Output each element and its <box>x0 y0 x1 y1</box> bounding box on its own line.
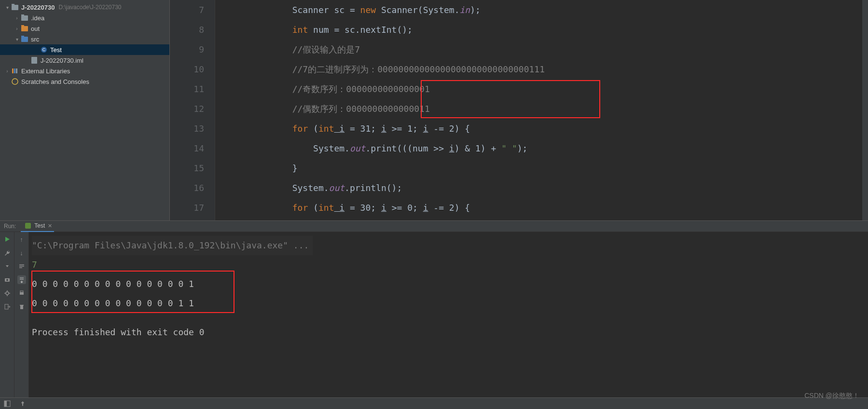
run-tool-buttons-col1 <box>0 232 14 397</box>
svg-point-10 <box>6 279 8 281</box>
tree-root[interactable]: ▾ J-20220730 D:\javacode\J-20220730 <box>0 2 170 13</box>
tree-item-test[interactable]: C Test <box>0 44 170 55</box>
svg-rect-17 <box>20 292 24 295</box>
fold-column[interactable] <box>215 0 224 220</box>
trash-icon[interactable] <box>17 302 26 311</box>
file-icon <box>30 56 39 64</box>
close-icon[interactable]: ✕ <box>48 223 52 229</box>
code-line: } <box>250 158 862 178</box>
soft-wrap-icon[interactable] <box>17 262 26 271</box>
console-line: 0 0 0 0 0 0 0 0 0 0 0 0 0 0 0 1 <box>32 274 868 294</box>
run-config-icon <box>25 222 31 229</box>
gear-icon[interactable] <box>3 289 12 298</box>
svg-point-11 <box>6 292 9 295</box>
run-panel-header: Run: Test ✕ <box>0 220 868 232</box>
tree-item-out[interactable]: › out <box>0 23 170 34</box>
tree-external-libs[interactable]: › External Libraries <box>0 66 170 76</box>
tree-item-src[interactable]: ▾ src <box>0 34 170 44</box>
svg-rect-3 <box>12 68 14 73</box>
rerun-icon[interactable] <box>3 235 12 244</box>
tree-item-iml[interactable]: J-20220730.iml <box>0 55 170 66</box>
svg-rect-22 <box>4 401 7 407</box>
run-label: Run: <box>4 223 16 230</box>
run-tab[interactable]: Test ✕ <box>21 220 54 232</box>
run-tab-label: Test <box>34 222 45 229</box>
up-arrow-icon[interactable]: ↑ <box>17 235 26 244</box>
folder-icon <box>20 35 29 43</box>
scroll-to-end-icon[interactable] <box>17 275 26 284</box>
folder-icon <box>20 25 29 32</box>
print-icon[interactable] <box>17 289 26 298</box>
class-icon: C <box>40 46 48 54</box>
svg-rect-16 <box>5 304 8 309</box>
tree-scratches[interactable]: Scratches and Consoles <box>0 76 170 87</box>
console-command: "C:\Program Files\Java\jdk1.8.0_192\bin\… <box>32 236 313 255</box>
svg-marker-8 <box>5 237 10 242</box>
svg-rect-18 <box>20 291 23 292</box>
editor-scrollbar[interactable] <box>862 0 868 220</box>
svg-rect-19 <box>20 305 23 309</box>
module-folder-icon <box>11 3 19 11</box>
code-line: System.out.println(); <box>250 178 862 198</box>
scratches-icon <box>11 78 19 85</box>
watermark-text: CSDN @徐憨憨！ <box>804 392 859 400</box>
code-line: //7的二进制序列为：00000000000000000000000000000… <box>250 59 862 79</box>
root-path: D:\javacode\J-20220730 <box>58 4 121 11</box>
layout-icon[interactable] <box>3 399 12 408</box>
code-editor[interactable]: 7 8 9 10 11 12 13 14 15 16 17 Scanner sc… <box>170 0 868 220</box>
code-line: for (int i = 30; i >= 0; i -= 2) { <box>250 198 862 218</box>
svg-text:C: C <box>42 47 46 52</box>
wrench-icon[interactable] <box>3 248 12 257</box>
svg-rect-7 <box>25 223 31 229</box>
libraries-icon <box>11 67 19 75</box>
down-arrow-icon[interactable]: ↓ <box>17 248 26 257</box>
code-line: for (int i = 31; i >= 1; i -= 2) { <box>250 119 862 138</box>
code-line: //偶数序列：0000000000000011 <box>250 99 862 119</box>
code-line: int num = sc.nextInt(); <box>250 20 862 40</box>
console-output[interactable]: "C:\Program Files\Java\jdk1.8.0_192\bin\… <box>29 232 868 397</box>
gutter: 7 8 9 10 11 12 13 14 15 16 17 <box>170 0 215 220</box>
console-input-line: 7 <box>32 255 868 274</box>
svg-rect-2 <box>31 57 37 64</box>
exit-icon[interactable] <box>3 302 12 311</box>
code-line: //假设输入的是7 <box>250 40 862 59</box>
svg-rect-4 <box>14 68 15 73</box>
code-line: System.out.print(((num >> i) & 1) + " ")… <box>250 138 862 158</box>
code-line: Scanner sc = new Scanner(System.in); <box>250 0 862 20</box>
folder-icon <box>20 14 29 22</box>
code-line: //奇数序列：0000000000000001 <box>250 79 862 99</box>
svg-rect-5 <box>16 68 17 73</box>
down-icon[interactable] <box>3 262 12 271</box>
status-bar <box>0 397 868 409</box>
run-tool-buttons-col2: ↑ ↓ <box>14 232 29 397</box>
console-exit-line: Process finished with exit code 0 <box>32 323 868 342</box>
console-line: 0 0 0 0 0 0 0 0 0 0 0 0 0 0 1 1 <box>32 294 868 313</box>
camera-icon[interactable] <box>3 275 12 284</box>
tree-item-idea[interactable]: › .idea <box>0 13 170 23</box>
svg-rect-20 <box>20 305 24 306</box>
pin-icon[interactable] <box>18 399 27 408</box>
svg-point-6 <box>12 79 18 84</box>
project-tree[interactable]: ▾ J-20220730 D:\javacode\J-20220730 › .i… <box>0 0 170 220</box>
